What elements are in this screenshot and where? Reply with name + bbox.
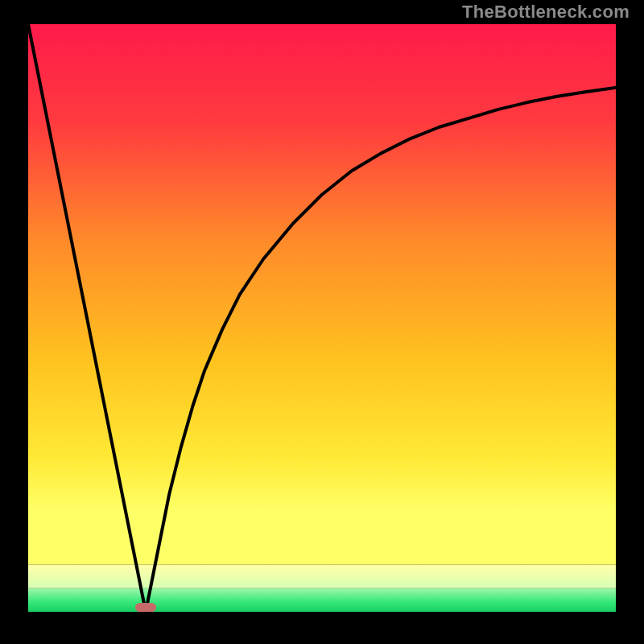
series-left-arm	[28, 24, 146, 612]
watermark-text: TheBottleneck.com	[462, 2, 630, 23]
plot-area	[28, 24, 616, 612]
trough-marker	[135, 603, 156, 612]
chart-frame: TheBottleneck.com	[0, 0, 644, 644]
series-right-arm	[146, 88, 616, 612]
curve-layer	[28, 24, 616, 612]
